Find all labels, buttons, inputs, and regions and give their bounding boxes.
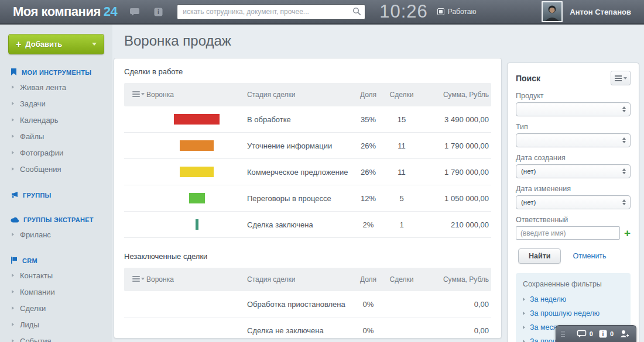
sidebar-item[interactable]: Файлы	[0, 128, 112, 144]
table-menu-icon[interactable]	[132, 276, 141, 283]
saved-filter-link[interactable]: За неделю	[523, 295, 624, 303]
sidebar-item[interactable]: Сообщения	[0, 161, 112, 177]
filter-select[interactable]	[516, 102, 631, 116]
table-title-working: Сделки в работе	[124, 67, 491, 76]
add-button[interactable]: + Добавить	[8, 34, 104, 54]
sidebar-item[interactable]: Фотографии	[0, 144, 112, 161]
cloud-icon	[11, 215, 19, 225]
amount-cell: 1 790 000,00	[420, 168, 491, 177]
stage-cell: Переговоры в процессе	[247, 194, 353, 203]
flag-icon	[11, 255, 18, 266]
table-row: Обработка приостановлена 0% 0,00	[124, 291, 491, 317]
select-stepper-icon	[622, 199, 626, 205]
chevron-right-icon	[523, 312, 525, 315]
sidebar-item[interactable]: Фриланс	[0, 226, 112, 243]
filter-label: Продукт	[516, 92, 631, 100]
table-row: Уточнение информации 26% 11 1 790 000,00	[124, 133, 491, 159]
sidebar-section-title: ГРУППЫ ЭКСТРАНЕТ	[23, 216, 94, 223]
column-header: Воронка	[146, 275, 247, 284]
add-responsible-button[interactable]: +	[624, 227, 631, 239]
info-icon[interactable]: i	[152, 7, 164, 16]
deals-cell: 1	[383, 220, 420, 229]
sidebar-section-head[interactable]: ГРУППЫ ЭКСТРАНЕТ	[0, 213, 112, 226]
sidebar-section-head[interactable]: МОИ ИНСТРУМЕНТЫ	[0, 66, 112, 79]
sidebar-section-head[interactable]: CRM	[0, 254, 112, 267]
sidebar-item[interactable]: Живая лента	[0, 79, 112, 95]
app-logo[interactable]: Моя компания24	[13, 4, 117, 19]
filter-label: Дата изменения	[516, 185, 631, 193]
chevron-down-icon	[92, 43, 97, 46]
sidebar-item-label: Фотографии	[20, 148, 63, 157]
column-header: Сумма, Рубль	[420, 275, 491, 284]
filter-fields: Продукт Тип Дата создания (нет) Дата изм…	[516, 92, 631, 240]
column-header: Сделки	[383, 275, 420, 284]
sidebar-item-label: Задачи	[20, 99, 46, 108]
column-header: Доля	[353, 91, 383, 99]
sidebar-item[interactable]: События	[0, 333, 112, 342]
sidebar-section-title: ГРУППЫ	[23, 192, 52, 199]
sidebar-item[interactable]: Задачи	[0, 95, 112, 112]
sidebar-section: ГРУППЫ ЭКСТРАНЕТ Фриланс	[0, 213, 112, 243]
deals-cell: 15	[383, 115, 420, 124]
responsible-input[interactable]	[516, 226, 620, 240]
filter-select[interactable]: (нет)	[516, 164, 631, 178]
info-count: 0	[610, 330, 614, 337]
dock-messenger-button[interactable]: 0	[577, 330, 593, 338]
megaphone-icon	[11, 190, 18, 201]
stage-cell: Коммерческое предложение	[247, 168, 353, 177]
filter-select[interactable]: (нет)	[516, 195, 631, 209]
logo-accent: 24	[104, 4, 117, 19]
sidebar-section-title: МОИ ИНСТРУМЕНТЫ	[22, 69, 91, 76]
funnel-bar	[174, 114, 220, 125]
amount-cell: 3 490 000,00	[420, 115, 491, 124]
table-row: Сделка заключена 2% 1 210 000,00	[124, 212, 491, 238]
filter-settings-button[interactable]	[611, 71, 631, 85]
chevron-right-icon	[12, 274, 14, 277]
sidebar-item-label: Лиды	[20, 320, 39, 329]
bookmark-icon	[11, 67, 17, 78]
search-icon[interactable]	[352, 7, 361, 18]
filter-select[interactable]	[516, 133, 631, 147]
search-input[interactable]	[177, 4, 365, 20]
table-header: ВоронкаСтадия сделкиДоляСделкиСумма, Руб…	[124, 83, 491, 106]
chevron-right-icon	[523, 298, 525, 301]
messenger-icon[interactable]	[129, 7, 141, 16]
status-icon	[437, 8, 444, 15]
sidebar-item[interactable]: Сделки	[0, 300, 112, 316]
chevron-right-icon	[523, 326, 525, 329]
sidebar-section-title: CRM	[22, 257, 37, 264]
table-row: В обработке 35% 15 3 490 000,00	[124, 106, 491, 133]
amount-cell: 0,00	[420, 300, 491, 309]
sidebar-item-label: Сообщения	[20, 165, 61, 174]
avatar	[542, 1, 563, 22]
status-label: Работаю	[448, 8, 477, 16]
chevron-right-icon	[12, 151, 14, 154]
share-cell: 26%	[353, 168, 383, 177]
sidebar-item[interactable]: Компании	[0, 284, 112, 300]
sidebar-item[interactable]: Контакты	[0, 267, 112, 284]
sidebar-item[interactable]: Календарь	[0, 112, 112, 128]
select-stepper-icon	[622, 168, 626, 174]
drag-handle-icon[interactable]	[561, 331, 565, 337]
table-menu-icon[interactable]	[132, 91, 141, 98]
chevron-right-icon	[12, 306, 14, 310]
sidebar-item[interactable]: Лиды	[0, 316, 112, 333]
hamburger-icon	[615, 74, 622, 82]
table-working-deals: ВоронкаСтадия сделкиДоляСделкиСумма, Руб…	[124, 83, 491, 238]
sidebar-item-label: Контакты	[20, 271, 53, 280]
chat-count: 0	[590, 330, 593, 337]
dock-notifications-button[interactable]: i 0	[599, 330, 614, 338]
find-button[interactable]: Найти	[518, 248, 561, 264]
filter-label: Тип	[516, 123, 631, 131]
user-menu[interactable]: Антон Степанов	[542, 1, 631, 22]
sidebar-section-head[interactable]: ГРУППЫ	[0, 189, 112, 202]
user-name: Антон Степанов	[570, 8, 631, 16]
sidebar-item-label: Календарь	[20, 116, 59, 125]
saved-filter-link[interactable]: За прошлую неделю	[523, 309, 624, 317]
clock: 10:26	[379, 1, 428, 22]
dock-invite-button[interactable]	[619, 330, 629, 338]
sidebar-item-label: События	[20, 337, 52, 342]
status-toggle[interactable]: Работаю	[437, 8, 477, 16]
cancel-link[interactable]: Отменить	[573, 252, 606, 260]
deals-cell: 11	[383, 168, 420, 177]
